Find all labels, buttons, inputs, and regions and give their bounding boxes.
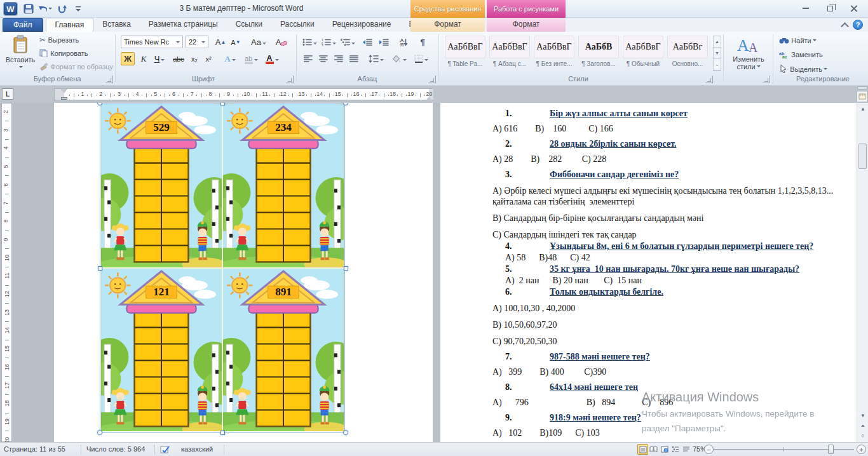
find-button[interactable]: Найти xyxy=(779,36,817,45)
selection-handle-middle-right[interactable] xyxy=(344,266,348,271)
split-window-handle[interactable] xyxy=(857,86,867,90)
view-ruler-toggle-button[interactable] xyxy=(857,91,868,102)
clear-formatting-button[interactable]: А xyxy=(273,36,290,49)
bullets-button[interactable] xyxy=(301,36,318,49)
bold-button[interactable]: Ж xyxy=(121,52,135,65)
save-button[interactable] xyxy=(22,2,36,15)
tab-главная[interactable]: Главная xyxy=(46,18,94,32)
line-spacing-button[interactable] xyxy=(367,52,385,65)
tab-format-picture[interactable]: Формат xyxy=(487,18,566,32)
tab-разметка-страницы[interactable]: Разметка страницы xyxy=(140,18,227,32)
collapse-ribbon-icon[interactable] xyxy=(840,20,849,29)
copy-button[interactable]: Копировать xyxy=(39,49,88,58)
replace-button[interactable]: abac Заменить xyxy=(779,50,823,59)
shading-button[interactable] xyxy=(390,52,408,65)
tab-рецензирование[interactable]: Рецензирование xyxy=(323,18,400,32)
style-chip[interactable]: АаБбВгОсновно... xyxy=(667,36,708,71)
subscript-button[interactable]: x₂ xyxy=(188,52,201,65)
undo-button[interactable] xyxy=(38,2,52,15)
tab-format-drawing[interactable]: Формат xyxy=(410,18,485,32)
zoom-slider-thumb[interactable] xyxy=(828,445,834,454)
zoom-out-button[interactable]: − xyxy=(704,445,714,454)
scrollbar-thumb[interactable] xyxy=(858,144,867,169)
grow-font-button[interactable]: А▲ xyxy=(214,36,227,49)
font-size-combobox[interactable]: 22 xyxy=(186,36,208,48)
font-color-button[interactable]: А xyxy=(263,52,281,65)
styles-gallery-scrollbar[interactable]: ▲ ▼ ⌄ xyxy=(713,36,721,71)
left-indent-marker[interactable] xyxy=(61,97,67,100)
paste-button[interactable]: Вставить xyxy=(4,34,37,74)
highlight-color-button[interactable]: ab xyxy=(241,52,261,65)
spellcheck-status[interactable] xyxy=(160,445,170,454)
tab-ссылки[interactable]: Ссылки xyxy=(227,18,271,32)
selected-picture[interactable]: 529 xyxy=(100,103,345,433)
styles-scroll-down-icon[interactable]: ▼ xyxy=(714,48,721,59)
italic-button[interactable]: К xyxy=(137,52,150,65)
selection-handle-middle-left[interactable] xyxy=(98,266,102,271)
strikethrough-button[interactable]: abc xyxy=(170,52,187,65)
selection-handle-bottom-center[interactable] xyxy=(220,431,225,435)
styles-more-icon[interactable]: ⌄ xyxy=(714,59,721,70)
numbering-button[interactable]: 123 xyxy=(320,36,337,49)
style-chip[interactable]: АаБбВвГ¶ Table Pa... xyxy=(445,36,485,71)
show-paragraph-marks-button[interactable]: ¶ xyxy=(416,36,430,49)
styles-scroll-up-icon[interactable]: ▲ xyxy=(714,36,721,48)
align-right-button[interactable] xyxy=(332,52,346,65)
select-browse-object-icon[interactable]: ○ xyxy=(859,432,867,439)
document-page-left[interactable]: 529 xyxy=(54,103,433,442)
superscript-button[interactable]: x² xyxy=(202,52,215,65)
style-chip[interactable]: АаБбВвГ¶ Без инте... xyxy=(534,36,574,71)
font-name-combobox[interactable]: Times New Rc xyxy=(121,36,183,48)
justify-button[interactable] xyxy=(347,52,361,65)
style-chip[interactable]: АаБбВвГ¶ Обычный xyxy=(623,36,663,71)
shrink-font-button[interactable]: А▼ xyxy=(229,36,243,49)
cut-button[interactable]: ✂ Вырезать xyxy=(39,36,79,44)
selection-handle-top-right[interactable] xyxy=(343,103,348,105)
view-web-layout-button[interactable] xyxy=(659,444,670,455)
change-styles-button[interactable]: А А Изменить стили xyxy=(726,34,771,75)
zoom-in-button[interactable]: + xyxy=(857,445,866,454)
view-draft-button[interactable] xyxy=(681,444,691,455)
select-button[interactable]: Выделить xyxy=(779,64,827,74)
language-indicator[interactable]: казахский xyxy=(181,445,213,453)
borders-button[interactable] xyxy=(412,52,431,65)
underline-button[interactable]: Ч xyxy=(151,52,168,65)
scroll-down-icon[interactable]: ▼ xyxy=(859,412,867,419)
style-chip[interactable]: АаБбВвГ¶ Абзац с... xyxy=(489,36,530,71)
vertical-scrollbar[interactable]: ▲ ▼ ⏶ ○ xyxy=(857,103,868,442)
view-outline-button[interactable] xyxy=(670,444,681,455)
view-print-layout-button[interactable] xyxy=(637,444,648,455)
increase-indent-button[interactable] xyxy=(376,36,391,49)
tab-вставка[interactable]: Вставка xyxy=(93,18,140,32)
style-chip[interactable]: АаБбВ¶ Заголов... xyxy=(578,36,619,71)
format-painter-button[interactable]: Формат по образцу xyxy=(39,62,113,71)
close-button[interactable] xyxy=(845,3,863,14)
word-count[interactable]: Число слов: 5 964 xyxy=(86,445,145,453)
change-styles-dialog-launcher[interactable] xyxy=(763,76,770,83)
scroll-up-icon[interactable]: ▲ xyxy=(859,105,867,112)
change-case-button[interactable]: Аа xyxy=(249,36,268,49)
align-left-button[interactable] xyxy=(301,52,315,65)
tab-stop-selector[interactable]: L xyxy=(2,88,13,100)
sort-button[interactable]: АЯ xyxy=(397,36,412,49)
clipboard-dialog-launcher[interactable] xyxy=(105,76,113,83)
align-center-button[interactable] xyxy=(316,52,330,65)
multilevel-list-button[interactable] xyxy=(339,36,356,49)
page-indicator[interactable]: Страница: 11 из 55 xyxy=(4,445,65,453)
view-fullscreen-reading-button[interactable] xyxy=(648,444,659,455)
font-dialog-launcher[interactable] xyxy=(286,76,294,83)
word-app-icon[interactable]: W xyxy=(4,3,17,15)
minimize-button[interactable] xyxy=(797,3,815,14)
text-effects-button[interactable]: А xyxy=(221,52,239,65)
paragraph-dialog-launcher[interactable] xyxy=(428,76,436,83)
styles-dialog-launcher[interactable] xyxy=(705,76,713,83)
redo-button[interactable] xyxy=(55,2,69,15)
previous-page-icon[interactable]: ⏶ xyxy=(859,422,867,430)
tab-рассылки[interactable]: Рассылки xyxy=(271,18,323,32)
selection-handle-top-center[interactable] xyxy=(220,103,225,105)
help-icon[interactable]: ? xyxy=(853,20,863,30)
decrease-indent-button[interactable] xyxy=(360,36,375,49)
selection-handle-bottom-left[interactable] xyxy=(97,430,102,435)
selection-handle-bottom-right[interactable] xyxy=(343,430,348,435)
restore-button[interactable] xyxy=(821,3,839,14)
